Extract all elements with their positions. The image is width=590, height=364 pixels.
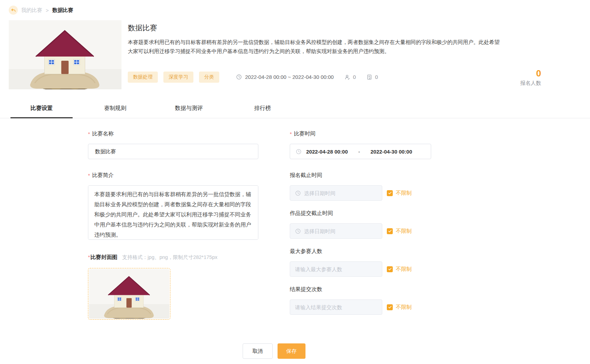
signup-deadline-label: 报名截止时间: [290, 172, 441, 179]
time-range-start: 2022-04-28 00:00: [306, 149, 348, 155]
result-submissions-unlimited-checkbox[interactable]: 不限制: [387, 304, 412, 311]
competition-header: 数据比赛 本赛题要求利用已有的与目标客群稍有差异的另一批信贷数据，辅助目标业务风…: [0, 18, 590, 89]
breadcrumb: 我的比赛 > 数据比赛: [0, 0, 590, 18]
result-submissions-label: 结果提交次数: [290, 286, 441, 293]
clock-icon: [295, 190, 301, 196]
tab-competition-settings[interactable]: 比赛设置: [10, 101, 73, 118]
breadcrumb-separator-icon: >: [46, 7, 49, 13]
tab-leaderboard[interactable]: 排行榜: [231, 101, 294, 118]
tab-rules[interactable]: 赛制规则: [84, 101, 146, 118]
intro-field-label: 比赛简介: [92, 172, 114, 179]
competition-time-range: 2022-04-28 00:00 ~ 2022-04-30 00:00: [245, 74, 334, 80]
signup-deadline-unlimited-checkbox[interactable]: 不限制: [387, 190, 412, 196]
checkbox-check-icon: [387, 304, 393, 310]
breadcrumb-current: 数据比赛: [52, 7, 73, 14]
cover-field-label: 比赛封面图: [90, 254, 118, 260]
time-range-separator: -: [358, 149, 360, 155]
competition-time-range-picker[interactable]: 2022-04-28 00:00 - 2022-04-30 00:00: [290, 144, 431, 159]
required-mark: *: [88, 172, 90, 178]
back-icon[interactable]: [9, 6, 18, 15]
result-submissions-input[interactable]: [295, 304, 377, 310]
checkbox-check-icon: [387, 266, 393, 272]
breadcrumb-my-competitions[interactable]: 我的比赛: [21, 7, 42, 14]
submit-deadline-unlimited-checkbox[interactable]: 不限制: [387, 228, 412, 235]
save-button[interactable]: 保存: [278, 343, 305, 359]
cover-format-hint: 支持格式：jpg、png，限制尺寸282*175px: [122, 254, 217, 261]
competition-cover-image: [9, 20, 121, 89]
tab-bar: 比赛设置 赛制规则 数据与测评 排行榜: [0, 101, 590, 118]
signup-count-label: 报名人数: [520, 80, 541, 86]
tag-classification: 分类: [199, 72, 219, 83]
competition-settings-form: * 比赛名称 * 比赛简介 本赛题要求利用已有的与目标客群稍有差异的另一批信贷数…: [0, 118, 590, 332]
competition-intro-textarea[interactable]: 本赛题要求利用已有的与目标客群稍有差异的另一批信贷数据，辅助目标业务风控模型的创…: [88, 185, 258, 240]
user-check-icon: [344, 74, 351, 80]
max-participants-unlimited-checkbox[interactable]: 不限制: [387, 266, 412, 273]
submissions-count: 0: [375, 74, 378, 80]
participants-count: 0: [353, 74, 356, 80]
page-title: 数据比赛: [128, 23, 541, 33]
submit-deadline-input[interactable]: [304, 228, 377, 234]
signup-stat: 0 报名人数: [520, 68, 541, 86]
tab-data-evaluation[interactable]: 数据与测评: [158, 101, 220, 118]
submit-deadline-label: 作品提交截止时间: [290, 210, 441, 217]
unlimited-label: 不限制: [396, 266, 412, 273]
time-range-end: 2022-04-30 00:00: [370, 149, 412, 155]
competition-name-input[interactable]: [88, 144, 258, 159]
time-field-label: 比赛时间: [294, 130, 316, 138]
clock-icon: [295, 228, 301, 234]
name-field-label: 比赛名称: [92, 130, 114, 138]
cover-image-upload[interactable]: [88, 268, 170, 320]
required-mark: *: [290, 131, 292, 137]
tag-deep-learning: 深度学习: [163, 72, 193, 83]
clock-icon: [236, 74, 242, 80]
unlimited-label: 不限制: [396, 228, 412, 235]
cancel-button[interactable]: 取消: [243, 343, 273, 359]
unlimited-label: 不限制: [396, 304, 412, 311]
checkbox-check-icon: [387, 190, 393, 196]
signup-deadline-input[interactable]: [304, 190, 377, 196]
checkbox-check-icon: [387, 228, 393, 234]
form-actions: 取消 保存: [0, 343, 548, 359]
tag-data-processing: 数据处理: [128, 72, 158, 83]
competition-description: 本赛题要求利用已有的与目标客群稍有差异的另一批信贷数据，辅助目标业务风控模型的创…: [128, 38, 501, 56]
max-participants-label: 最大参赛人数: [290, 248, 441, 255]
clock-icon: [296, 149, 302, 155]
unlimited-label: 不限制: [396, 190, 412, 196]
signup-count: 0: [520, 68, 541, 79]
document-check-icon: [366, 74, 373, 80]
required-mark: *: [88, 254, 90, 260]
required-mark: *: [88, 131, 90, 137]
max-participants-input[interactable]: [295, 266, 377, 272]
